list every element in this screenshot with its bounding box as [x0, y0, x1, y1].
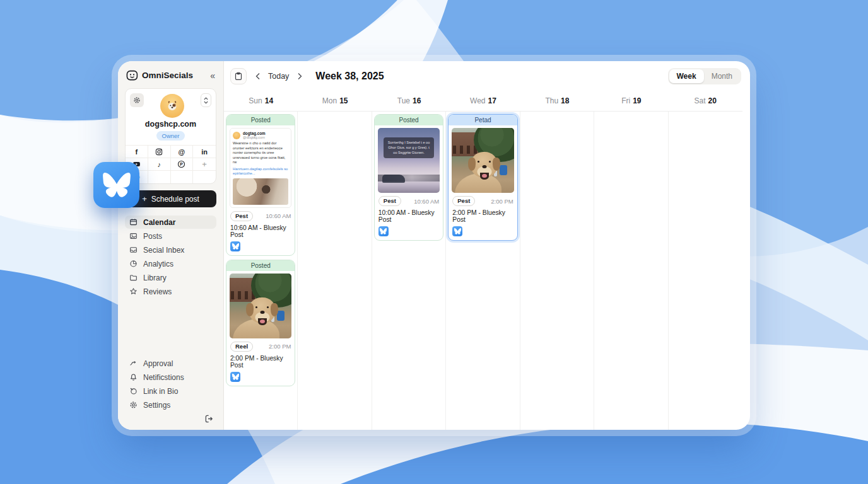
- day-column-tue[interactable]: Posted Sorrterthg I Ssetsbel t e oo Ghor…: [372, 112, 446, 430]
- today-button[interactable]: Today: [268, 72, 289, 81]
- sidebar-menu: Calendar Posts Secial Inbex Analytics Li…: [125, 216, 216, 298]
- dog-avatar-illustration: [165, 98, 180, 113]
- dog-photo-thumbnail: [452, 128, 513, 193]
- event-card-sun-afternoon[interactable]: Posted: [226, 260, 295, 386]
- post-time: 2:00 PM: [491, 198, 513, 205]
- dog-photo-thumbnail: [230, 274, 291, 338]
- account-switcher-stepper[interactable]: [201, 93, 211, 107]
- post-type-badge: Pest: [230, 211, 253, 221]
- bluesky-platform-icon: [230, 372, 240, 382]
- sidebar-item-settings[interactable]: Settings: [125, 398, 216, 412]
- sidebar-item-library[interactable]: Library: [125, 271, 216, 284]
- dog-illustration: [455, 152, 503, 193]
- plus-icon: +: [142, 194, 147, 204]
- calendar-picker-button[interactable]: [230, 68, 247, 84]
- day-header-sat: Sat20: [669, 96, 742, 105]
- view-toggle-month[interactable]: Month: [704, 69, 740, 83]
- profile-avatar[interactable]: [160, 94, 184, 118]
- sidebar-item-calendar[interactable]: Calendar: [125, 216, 216, 229]
- omnisocials-logo-icon: [126, 69, 138, 81]
- sidebar-item-posts[interactable]: Posts: [125, 229, 216, 243]
- day-header-fri: Fri19: [594, 96, 668, 105]
- threads-icon[interactable]: @: [171, 146, 194, 158]
- sidebar-item-link-in-bio[interactable]: Link in Bio: [125, 384, 216, 398]
- instagram-icon[interactable]: [148, 146, 171, 158]
- facebook-icon[interactable]: f: [126, 146, 148, 158]
- folder-icon: [129, 274, 138, 282]
- view-toggle-week[interactable]: Week: [669, 69, 704, 83]
- role-badge: Owner: [156, 131, 185, 141]
- post-time: 10:60 AM: [414, 198, 439, 205]
- day-header-mon: Mon15: [298, 96, 372, 105]
- winter-photo-thumbnail: Sorrterthg I Ssetsbel t e oo Ghor Gius. …: [378, 128, 440, 193]
- event-title: 2:00 PM - Bluesky Post: [452, 209, 513, 223]
- calendar-icon: [129, 218, 138, 226]
- profile-settings-button[interactable]: [130, 93, 144, 107]
- dog-illustration: [233, 297, 281, 338]
- inbox-icon: [129, 246, 138, 254]
- prev-week-button[interactable]: [252, 70, 263, 83]
- settings-gear-icon: [129, 401, 138, 409]
- sidebar-menu-secondary: Approval Netificstions Link in Bio Setti…: [125, 357, 216, 412]
- post-link-text: Hanrtuem.dagtlap.comfelsolels soeptrlarc…: [233, 167, 288, 176]
- bell-icon: [129, 373, 138, 381]
- svg-text:P: P: [180, 162, 184, 166]
- add-channel-button[interactable]: +: [193, 158, 216, 171]
- event-card-sun-morning[interactable]: Posted dogtag.com @dogtag.com Wearstne n…: [226, 114, 295, 256]
- empty-channel-cell: [148, 171, 171, 183]
- star-icon: [129, 287, 138, 296]
- chevron-up-icon: [204, 97, 208, 100]
- day-header-tue: Tue16: [372, 96, 446, 105]
- bluesky-butterfly-icon: [103, 173, 131, 197]
- day-header-row: Sun14 Mon15 Tue16 Wed17 Thu18 Fri19 Sat2…: [224, 91, 742, 112]
- tiktok-icon[interactable]: ♪: [148, 158, 171, 171]
- day-header-sun: Sun14: [224, 96, 298, 105]
- sidebar-header: OmniSecials «: [125, 69, 216, 81]
- chevron-right-icon: [297, 72, 303, 80]
- post-time: 10:60 AM: [266, 212, 291, 219]
- sidebar-item-analytics[interactable]: Analytics: [125, 257, 216, 270]
- linkedin-icon[interactable]: in: [193, 146, 216, 158]
- bluesky-logo-badge: [93, 162, 139, 208]
- sidebar-item-approval[interactable]: Approval: [125, 357, 216, 370]
- event-card-wed-selected[interactable]: Petad: [448, 114, 517, 241]
- event-status: Petad: [449, 115, 517, 125]
- bluesky-platform-icon: [378, 226, 389, 236]
- post-time: 2:00 PM: [269, 343, 291, 350]
- empty-channel-cell: [193, 171, 216, 183]
- post-photo: [233, 178, 288, 205]
- day-column-mon[interactable]: [298, 112, 372, 430]
- pinterest-icon[interactable]: P: [171, 158, 194, 171]
- calendar-main: Today Week 38, 2025 Week Month Sun14 Mon…: [224, 61, 750, 430]
- post-type-badge: Pest: [378, 196, 401, 206]
- next-week-button[interactable]: [294, 70, 305, 83]
- day-column-thu[interactable]: [520, 112, 594, 430]
- sidebar-item-reviews[interactable]: Reviews: [125, 285, 216, 298]
- day-header-wed: Wed17: [446, 96, 520, 105]
- approval-icon: [129, 359, 138, 367]
- sidebar-footer: [125, 412, 216, 424]
- post-author-name: dogtag.com: [243, 131, 266, 135]
- clipboard-icon: [234, 72, 243, 81]
- event-card-tue[interactable]: Posted Sorrterthg I Ssetsbel t e oo Ghor…: [374, 114, 443, 241]
- sidebar-item-social-inbox[interactable]: Secial Inbex: [125, 243, 216, 256]
- day-column-fri[interactable]: [594, 112, 668, 430]
- event-status: Posted: [226, 115, 295, 125]
- analytics-icon: [129, 260, 138, 268]
- posts-icon: [129, 232, 138, 240]
- link-icon: [129, 387, 138, 395]
- sidebar-collapse-button[interactable]: «: [210, 71, 215, 81]
- gear-icon: [133, 96, 141, 104]
- bluesky-platform-icon: [452, 226, 462, 236]
- day-column-sat[interactable]: [669, 112, 742, 430]
- photo-overlay-text: Sorrterthg I Ssetsbel t e oo Ghor Gius. …: [384, 137, 435, 158]
- sidebar-item-notifications[interactable]: Netificstions: [125, 371, 216, 384]
- bluesky-post-preview: dogtag.com @dogtag.com Wearstne n cho o …: [230, 128, 291, 208]
- day-column-wed[interactable]: Petad: [446, 112, 520, 430]
- post-author-avatar: [233, 132, 240, 139]
- view-toggle: Week Month: [668, 68, 742, 84]
- day-column-sun[interactable]: Posted dogtag.com @dogtag.com Wearstne n…: [224, 112, 298, 430]
- logout-icon[interactable]: [204, 414, 214, 424]
- post-type-badge: Reel: [230, 342, 253, 352]
- event-status: Posted: [226, 260, 295, 271]
